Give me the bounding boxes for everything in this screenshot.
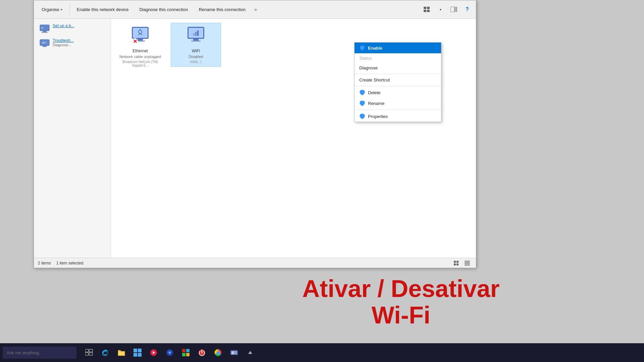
- context-menu-sep-3: [355, 110, 441, 110]
- selected-count: 1 item selected: [56, 261, 84, 265]
- enable-network-device-button[interactable]: Enable this network device: [72, 3, 134, 16]
- wifi-icon-wrap: [185, 26, 207, 47]
- setup-item-title[interactable]: Set up a b...: [53, 23, 74, 28]
- svg-rect-15: [138, 39, 143, 41]
- network-area: ✕ Ethernet Network cable unplugged Broad…: [111, 19, 476, 258]
- svg-rect-3: [427, 10, 430, 12]
- help-button[interactable]: ?: [461, 3, 473, 15]
- svg-text:✕: ✕: [133, 39, 137, 44]
- change-view-button[interactable]: [421, 3, 433, 15]
- rename-connection-button[interactable]: Rename this connection: [194, 3, 251, 16]
- context-menu-delete[interactable]: Delete: [355, 87, 441, 98]
- svg-text:NET: NET: [42, 42, 47, 44]
- shutdown-button[interactable]: [195, 345, 209, 360]
- shield-icon-properties: [359, 113, 365, 119]
- svg-text:N: N: [41, 26, 43, 29]
- context-menu-sep-2: [355, 86, 441, 86]
- troubleshoot-item-desc: Diagnose...: [53, 43, 74, 47]
- taskview-icon: [85, 349, 93, 357]
- context-menu-status[interactable]: Status: [355, 53, 441, 63]
- svg-marker-69: [248, 351, 252, 354]
- context-diagnose-label: Diagnose: [359, 65, 378, 70]
- context-properties-label: Properties: [368, 114, 388, 119]
- camera-icon: [165, 348, 174, 357]
- preview-pane-button[interactable]: [448, 3, 460, 15]
- wifi-item[interactable]: WiFi Disabled Intel(...): [171, 23, 221, 67]
- svg-rect-40: [85, 353, 89, 355]
- svg-rect-33: [457, 263, 459, 265]
- taskbar-search-input[interactable]: [3, 347, 76, 359]
- chrome-icon: [214, 348, 222, 357]
- edge-button[interactable]: [98, 345, 113, 360]
- diagnose-connection-button[interactable]: Diagnose this connection: [134, 3, 193, 16]
- sidebar-item-setup[interactable]: N Set up a b...: [34, 21, 111, 36]
- svg-rect-26: [191, 41, 201, 42]
- context-status-label: Status: [359, 56, 372, 61]
- svg-rect-29: [197, 31, 199, 36]
- svg-rect-5: [455, 7, 457, 12]
- ethernet-icon-wrap: ✕: [129, 26, 151, 47]
- svg-rect-44: [138, 349, 142, 352]
- chevron-up-icon: [248, 350, 253, 355]
- toolbar-right: ▾ ?: [421, 3, 473, 15]
- shutdown-icon: [198, 348, 206, 357]
- svg-rect-43: [133, 349, 137, 352]
- large-icons-view-btn[interactable]: [452, 258, 461, 268]
- ethernet-label: Ethernet: [132, 49, 148, 53]
- svg-rect-54: [182, 349, 185, 352]
- view-dropdown-button[interactable]: ▾: [434, 3, 446, 15]
- large-icons-icon: [454, 261, 459, 265]
- svg-rect-56: [182, 353, 185, 356]
- setup-item-text: Set up a b...: [53, 23, 74, 28]
- overlay-text: Ativar / Desativar Wi-Fi: [302, 276, 499, 328]
- taskbar-chevron[interactable]: [243, 345, 258, 360]
- start-button[interactable]: [130, 345, 145, 360]
- details-icon: [465, 261, 470, 265]
- svg-rect-67: [232, 353, 234, 353]
- svg-rect-38: [85, 349, 89, 352]
- remote-icon: [230, 348, 238, 357]
- svg-rect-57: [186, 353, 190, 356]
- context-menu-sep-1: [355, 74, 441, 74]
- svg-rect-8: [41, 32, 48, 33]
- context-menu-properties[interactable]: Properties: [355, 111, 441, 122]
- context-enable-label: Enable: [368, 46, 382, 51]
- taskbar-icons: [82, 345, 258, 360]
- svg-rect-36: [465, 263, 470, 264]
- svg-rect-68: [232, 354, 234, 354]
- troubleshoot-item-text: Troublesh... Diagnose...: [53, 38, 74, 47]
- svg-rect-55: [186, 349, 190, 352]
- store-button[interactable]: [178, 345, 193, 360]
- chrome-button[interactable]: [211, 345, 225, 360]
- content-area: N Set up a b... NET Troublesh... Diagnos…: [34, 19, 476, 258]
- ethernet-status: Network cable unplugged: [119, 55, 161, 59]
- svg-rect-34: [465, 261, 470, 261]
- details-view-btn[interactable]: [463, 258, 472, 268]
- context-menu-diagnose[interactable]: Diagnose: [355, 63, 441, 73]
- ethernet-item[interactable]: ✕ Ethernet Network cable unplugged Broad…: [115, 23, 165, 70]
- svg-rect-66: [232, 352, 234, 352]
- media-button[interactable]: [146, 345, 161, 360]
- svg-rect-0: [424, 7, 426, 9]
- store-icon: [181, 348, 190, 357]
- camera-button[interactable]: [162, 345, 177, 360]
- context-menu-enable[interactable]: Enable: [355, 43, 441, 53]
- shield-icon-rename: [359, 100, 365, 106]
- remote-button[interactable]: [227, 345, 241, 360]
- svg-rect-39: [89, 349, 93, 352]
- preview-icon: [450, 7, 457, 12]
- explorer-button[interactable]: [114, 345, 129, 360]
- organise-button[interactable]: Organise ▾: [37, 3, 67, 16]
- more-toolbar-button[interactable]: »: [251, 5, 260, 14]
- context-rename-label: Rename: [368, 101, 384, 106]
- taskview-button[interactable]: [82, 345, 97, 360]
- wifi-status: Disabled: [189, 55, 203, 59]
- sidebar-item-troubleshoot[interactable]: NET Troublesh... Diagnose...: [34, 36, 111, 51]
- svg-rect-30: [454, 261, 456, 263]
- context-menu-shortcut[interactable]: Create Shortcut: [355, 75, 441, 85]
- toolbar: Organise ▾ Enable this network device Di…: [34, 0, 476, 19]
- context-delete-label: Delete: [368, 90, 381, 95]
- context-menu-rename[interactable]: Rename: [355, 98, 441, 109]
- troubleshoot-item-title[interactable]: Troublesh...: [53, 38, 74, 43]
- context-shortcut-label: Create Shortcut: [359, 77, 390, 82]
